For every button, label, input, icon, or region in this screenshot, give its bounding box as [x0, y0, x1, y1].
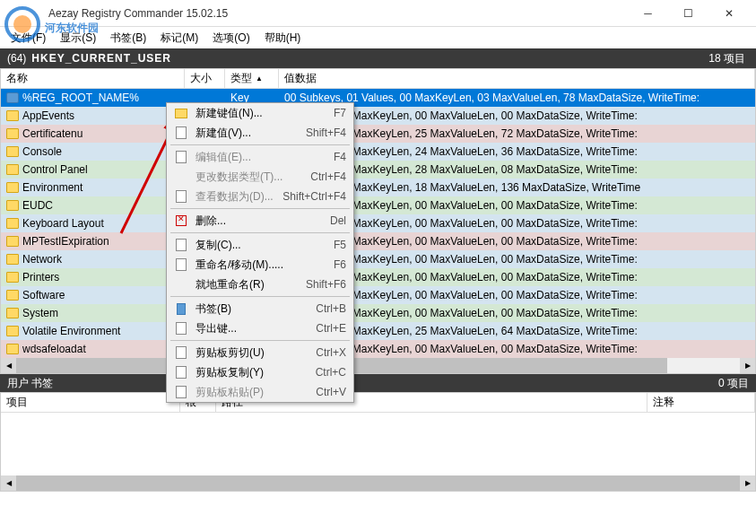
menu-view[interactable]: 显示(S)	[53, 29, 103, 48]
menu-icon	[174, 126, 188, 140]
menu-label: 更改数据类型(T)...	[196, 170, 285, 185]
context-menu-item[interactable]: 重命名/移动(M).....F6	[167, 255, 353, 275]
context-menu-item: 剪贴板粘贴(P)Ctrl+V	[167, 382, 353, 402]
context-menu-item[interactable]: 复制(C)...F5	[167, 235, 353, 255]
col-type[interactable]: 类型	[225, 69, 279, 88]
table-row[interactable]: Printers 00 Values, 14 MaxKeyLen, 00 Max…	[1, 268, 755, 286]
folder-icon	[6, 164, 19, 175]
menu-label: 复制(C)...	[196, 238, 285, 253]
bcol-project[interactable]: 项目	[1, 393, 180, 412]
bcol-note[interactable]: 注释	[647, 393, 755, 412]
row-name: Environment	[22, 181, 83, 194]
folder-icon	[6, 236, 19, 247]
table-row[interactable]: Software 00 Values, 38 MaxKeyLen, 00 Max…	[1, 286, 755, 304]
scroll-left-icon[interactable]: ◀	[1, 358, 16, 373]
menu-label: 书签(B)	[196, 301, 285, 317]
menu-icon	[174, 277, 188, 292]
close-button[interactable]: ✕	[708, 1, 749, 26]
menu-mark[interactable]: 标记(M)	[153, 29, 205, 48]
folder-icon	[6, 110, 19, 121]
bookmark-table: 项目 根 路径 注释 ◀ ▶	[0, 392, 756, 492]
context-menu-item: 查看数据为(D)...Shift+Ctrl+F4	[167, 187, 353, 206]
folder-icon	[6, 146, 19, 157]
hscrollbar[interactable]: ◀ ▶	[1, 358, 755, 373]
app-icon	[7, 1, 43, 26]
scroll-right-icon[interactable]: ▶	[740, 475, 755, 491]
bottom-hscrollbar[interactable]: ◀ ▶	[1, 475, 755, 491]
table-row[interactable]: MPTestIExpiration 00 Values, 00 MaxKeyLe…	[1, 232, 755, 250]
row-name: AppEvents	[22, 109, 74, 122]
menu-label: 导出键...	[196, 321, 285, 336]
context-menu-item[interactable]: 就地重命名(R)Shift+F6	[167, 275, 353, 294]
table-row[interactable]: Environment 05 Values, 00 MaxKeyLen, 18 …	[1, 179, 755, 196]
menu-options[interactable]: 选项(O)	[205, 29, 256, 48]
menubar: 文件(F) 显示(S) 书签(B) 标记(M) 选项(O) 帮助(H)	[0, 27, 756, 48]
table-row[interactable]: EUDC 00 Values, 03 MaxKeyLen, 00 MaxValu…	[1, 196, 755, 214]
scroll-right-icon[interactable]: ▶	[740, 358, 755, 373]
menu-label: 剪贴板剪切(U)	[196, 345, 285, 361]
menu-label: 查看数据为(D)...	[196, 189, 275, 205]
context-menu-item[interactable]: 新建键值(N)...F7	[167, 103, 353, 123]
menu-shortcut: F6	[292, 258, 346, 271]
table-row[interactable]: Control Panel 01 Values, 15 MaxKeyLen, 2…	[1, 161, 755, 179]
table-row[interactable]: Volatile Environment 08 Values, 01 MaxKe…	[1, 322, 755, 340]
col-size[interactable]: 大小	[185, 69, 225, 88]
menu-shortcut: Ctrl+E	[292, 322, 346, 335]
context-menu-item[interactable]: 剪贴板复制(Y)Ctrl+C	[167, 362, 353, 382]
table-row[interactable]: wdsafeloadat 00 Values, 15 MaxKeyLen, 00…	[1, 340, 755, 358]
scroll-left-icon[interactable]: ◀	[1, 475, 16, 491]
row-name: wdsafeloadat	[22, 343, 86, 355]
table-row[interactable]: Keyboard Layout 00 Values, 10 MaxKeyLen,…	[1, 214, 755, 232]
menu-label: 重命名/移动(M).....	[196, 257, 285, 273]
row-name: Printers	[22, 271, 59, 283]
menu-icon	[174, 150, 188, 164]
menu-icon	[174, 106, 188, 120]
menu-bookmark[interactable]: 书签(B)	[103, 29, 153, 48]
row-name: %REG_ROOT_NAME%	[22, 92, 139, 104]
context-menu-item[interactable]: 剪贴板剪切(U)Ctrl+X	[167, 343, 353, 362]
menu-separator	[170, 208, 350, 209]
table-body: %REG_ROOT_NAME% Key 00 Subkeys, 01 Value…	[1, 89, 755, 358]
context-menu-item[interactable]: 删除...Del	[167, 211, 353, 231]
context-menu-item[interactable]: 书签(B)Ctrl+B	[167, 299, 353, 318]
table-row[interactable]: Console 34 Values, 59 MaxKeyLen, 24 MaxV…	[1, 143, 755, 161]
menu-label: 就地重命名(R)	[196, 277, 285, 292]
bottom-title: 用户 书签	[7, 376, 718, 391]
context-menu-item[interactable]: 新建值(V)...Shift+F4	[167, 123, 353, 143]
menu-icon	[174, 238, 188, 252]
table-row[interactable]: Certificatenu 00 Values, 14 MaxKeyLen, 2…	[1, 125, 755, 143]
col-data[interactable]: 值数据	[279, 69, 755, 88]
folder-icon	[6, 128, 19, 139]
table-row[interactable]: %REG_ROOT_NAME% Key 00 Subkeys, 01 Value…	[1, 89, 755, 107]
table-row[interactable]: Network 00 Values, 00 MaxKeyLen, 00 MaxV…	[1, 250, 755, 268]
col-name[interactable]: 名称	[1, 69, 185, 88]
row-name: Console	[22, 145, 62, 158]
table-row[interactable]: System 00 Values, 17 MaxKeyLen, 00 MaxVa…	[1, 304, 755, 322]
row-name: MPTestIExpiration	[22, 235, 109, 248]
maximize-button[interactable]: ☐	[668, 1, 708, 26]
folder-icon	[6, 308, 19, 318]
menu-help[interactable]: 帮助(H)	[257, 29, 308, 48]
minimize-button[interactable]: ─	[628, 1, 668, 26]
folder-icon	[6, 344, 19, 354]
registry-table: 名称 大小 类型 值数据 %REG_ROOT_NAME% Key 00 Subk…	[0, 68, 756, 374]
menu-icon	[174, 301, 188, 316]
path-text: HKEY_CURRENT_USER	[31, 52, 171, 65]
bottom-count: 0 项目	[718, 376, 749, 391]
table-row[interactable]: AppEvents 00 Values, 11 MaxKeyLen, 00 Ma…	[1, 107, 755, 125]
menu-label: 新建值(V)...	[196, 126, 285, 141]
menu-shortcut: Ctrl+B	[292, 302, 346, 315]
context-menu-item: 更改数据类型(T)...Ctrl+F4	[167, 167, 353, 187]
folder-icon	[6, 326, 19, 336]
context-menu-item[interactable]: 导出键...Ctrl+E	[167, 318, 353, 338]
folder-icon	[6, 218, 19, 229]
menu-icon	[174, 257, 188, 272]
titlebar: Aezay Registry Commander 15.02.15 ─ ☐ ✕	[0, 0, 756, 27]
item-count: 18 项目	[708, 51, 749, 66]
menu-label: 剪贴板粘贴(P)	[196, 385, 285, 400]
row-name: Certificatenu	[22, 127, 83, 140]
menu-shortcut: F4	[292, 151, 346, 163]
row-name: System	[22, 307, 58, 319]
menu-file[interactable]: 文件(F)	[4, 29, 53, 48]
row-name: Control Panel	[22, 163, 88, 176]
